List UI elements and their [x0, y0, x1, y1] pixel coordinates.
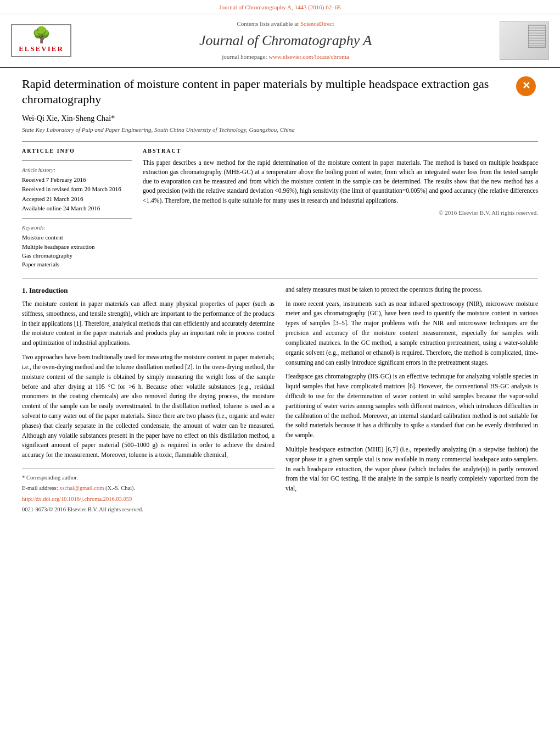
- journal-header: 🌳 ELSEVIER Contents lists available at S…: [0, 14, 560, 68]
- online-date: Available online 24 March 2016: [22, 204, 132, 213]
- elsevier-logo-box: 🌳 ELSEVIER: [11, 24, 71, 57]
- body-right-para-3: Headspace gas chromatography (HS-GC) is …: [285, 372, 538, 440]
- journal-homepage-link[interactable]: www.elsevier.com/locate/chroma: [268, 53, 349, 60]
- info-abstract-section: ARTICLE INFO Article history: Received 7…: [22, 147, 538, 270]
- footnote-area: * Corresponding author. E-mail address: …: [22, 468, 275, 514]
- journal-title: Journal of Chromatography A: [77, 31, 494, 51]
- info-divider: [22, 160, 132, 161]
- body-right-para-4: Multiple headspace extraction (MHE) [6,7…: [285, 445, 538, 494]
- body-left-column: 1. Introduction The moisture content in …: [22, 285, 275, 516]
- abstract-panel: ABSTRACT This paper describes a new meth…: [143, 147, 538, 270]
- affiliation-line: State Key Laboratory of Pulp and Paper E…: [22, 126, 538, 134]
- paper-title-area: ✕ Rapid determination of moisture conten…: [22, 76, 538, 108]
- keywords-divider: [22, 218, 132, 219]
- main-content: ✕ Rapid determination of moisture conten…: [0, 68, 560, 527]
- contents-available-line: Contents lists available at ScienceDirec…: [77, 20, 494, 28]
- sciencedirect-link[interactable]: ScienceDirect: [300, 20, 334, 27]
- paper-title: Rapid determination of moisture content …: [22, 76, 538, 108]
- elsevier-logo: 🌳 ELSEVIER: [11, 24, 71, 57]
- keyword-3: Gas chromatography: [22, 252, 132, 260]
- footnote-corresponding: * Corresponding author.: [22, 473, 275, 482]
- abstract-rights: © 2016 Elsevier B.V. All rights reserved…: [143, 209, 538, 217]
- body-right-para-1: and safety measures must be taken to pro…: [285, 285, 538, 295]
- keywords-label: Keywords:: [22, 224, 132, 232]
- abstract-text: This paper describes a new method for th…: [143, 158, 538, 205]
- main-content-divider: [22, 278, 538, 278]
- body-right-para-2: In more recent years, instruments such a…: [285, 299, 538, 368]
- keyword-2: Multiple headspace extraction: [22, 243, 132, 251]
- journal-homepage-line: journal homepage: www.elsevier.com/locat…: [77, 53, 494, 61]
- email-link[interactable]: xschai@gmail.com: [59, 485, 104, 491]
- authors-line: Wei-Qi Xie, Xin-Sheng Chai*: [22, 113, 538, 124]
- history-label: Article history:: [22, 166, 132, 174]
- body-para-1: The moisture content in paper materials …: [22, 299, 275, 348]
- keyword-1: Moisture content: [22, 233, 132, 242]
- article-info-label: ARTICLE INFO: [22, 147, 132, 155]
- divider-1: [22, 141, 538, 142]
- footnote-email: E-mail address: xschai@gmail.com (X.-S. …: [22, 484, 275, 493]
- citation-text: Journal of Chromatography A, 1443 (2016)…: [219, 4, 341, 10]
- footnote-issn: 0021-9673/© 2016 Elsevier B.V. All right…: [22, 505, 275, 514]
- intro-heading: 1. Introduction: [22, 285, 275, 296]
- footnote-doi: http://dx.doi.org/10.1016/j.chroma.2016.…: [22, 495, 275, 504]
- journal-cover-thumbnail: [500, 21, 549, 60]
- body-para-2: Two approaches have been traditionally u…: [22, 353, 275, 460]
- doi-link[interactable]: http://dx.doi.org/10.1016/j.chroma.2016.…: [22, 496, 132, 502]
- body-right-column: and safety measures must be taken to pro…: [285, 285, 538, 516]
- keyword-4: Paper materials: [22, 260, 132, 269]
- abstract-label: ABSTRACT: [143, 147, 538, 155]
- crossmark-badge: ✕: [516, 76, 538, 98]
- accepted-date: Accepted 21 March 2016: [22, 195, 132, 203]
- journal-center: Contents lists available at ScienceDirec…: [77, 20, 494, 61]
- crossmark-circle: ✕: [516, 76, 536, 96]
- received-date: Received 7 February 2016: [22, 176, 132, 184]
- top-citation-bar: Journal of Chromatography A, 1443 (2016)…: [0, 0, 560, 14]
- elsevier-tree-icon: 🌳: [32, 27, 51, 43]
- crossmark-icon: ✕: [522, 79, 530, 93]
- article-info-panel: ARTICLE INFO Article history: Received 7…: [22, 147, 132, 270]
- elsevier-brand-text: ELSEVIER: [19, 44, 64, 54]
- body-columns: 1. Introduction The moisture content in …: [22, 285, 538, 516]
- revised-date: Received in revised form 20 March 2016: [22, 185, 132, 193]
